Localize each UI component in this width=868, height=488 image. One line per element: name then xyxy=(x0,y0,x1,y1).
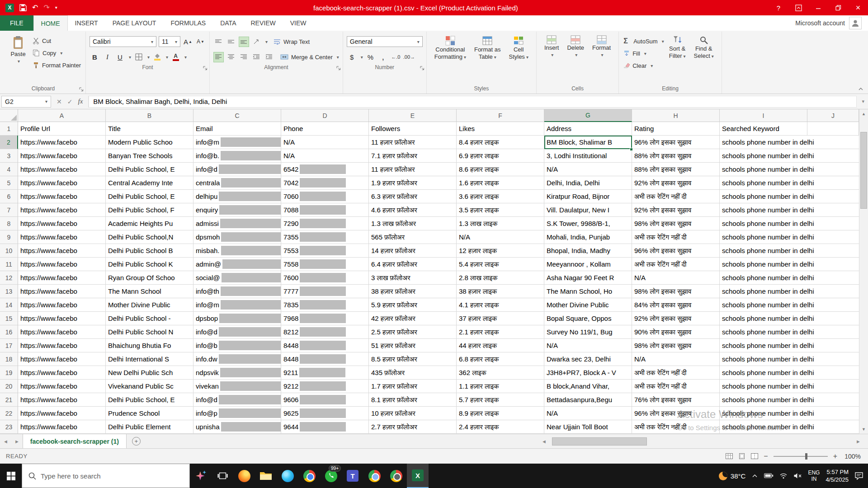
fill-color-dropdown-arrow[interactable]: ▾ xyxy=(166,55,168,60)
cell-D17[interactable]: 8448 xyxy=(281,339,369,352)
cell-B14[interactable]: Mother Divine Public xyxy=(106,298,193,312)
row-header-1[interactable]: 1 xyxy=(0,122,18,136)
cell-E22[interactable]: 10 हज़ार फ़ॉलोअर xyxy=(369,407,457,420)
cell-H9[interactable]: अभी तक रेटिंग नहीं दी xyxy=(632,230,720,244)
cell-D9[interactable]: 7355 xyxy=(281,230,369,244)
cell-G4[interactable]: N/A xyxy=(544,163,632,176)
cell-A22[interactable]: https://www.facebo xyxy=(18,407,106,420)
top-align-button[interactable] xyxy=(213,37,224,47)
row-header-12[interactable]: 12 xyxy=(0,271,18,285)
sheet-tab-active[interactable]: facebook-search-scrapper (1) xyxy=(23,434,127,448)
cell-A5[interactable]: https://www.facebo xyxy=(18,176,106,190)
middle-align-button[interactable] xyxy=(226,37,236,47)
font-color-dropdown-arrow[interactable]: ▾ xyxy=(184,55,187,60)
row-header-16[interactable]: 16 xyxy=(0,325,18,339)
cell-H21[interactable]: 76% लोग इसका सुझाव xyxy=(632,393,720,407)
decrease-font-size-button[interactable]: A▼ xyxy=(195,37,206,47)
excel-app-icon[interactable]: X xyxy=(5,4,14,12)
cell-E12[interactable]: 3 लाख फ़ॉलोअर xyxy=(369,271,457,285)
autosum-button[interactable]: ΣAutoSum▾ xyxy=(623,36,664,46)
cell-H3[interactable]: 88% लोग इसका सुझाव xyxy=(632,149,720,163)
cell-I16[interactable]: schools phone number in delhi xyxy=(720,325,859,339)
cell-H14[interactable]: 84% लोग इसका सुझाव xyxy=(632,298,720,312)
account-avatar[interactable] xyxy=(849,17,862,29)
cell-A23[interactable]: https://www.facebo xyxy=(18,420,106,434)
cell-G19[interactable]: J3H8+PR7, Block A - V xyxy=(544,366,632,380)
cell-F12[interactable]: 2.8 लाख लाइक xyxy=(457,271,544,285)
cell-H19[interactable]: अभी तक रेटिंग नहीं दी xyxy=(632,366,720,380)
cell-F11[interactable]: 5.4 हज़ार लाइक xyxy=(457,258,544,271)
taskbar-clock[interactable]: 5:57 PM 4/5/2025 xyxy=(826,468,849,483)
account-area[interactable]: Microsoft account xyxy=(795,15,868,31)
column-header-G[interactable]: G xyxy=(544,109,632,122)
cell-E1[interactable]: Followers xyxy=(369,122,457,136)
cell-B3[interactable]: Banyan Tree Schools xyxy=(106,149,193,163)
firefox-taskbar-button[interactable] xyxy=(233,464,255,488)
increase-decimal-button[interactable]: ←.0 xyxy=(391,52,401,62)
tab-page-layout[interactable]: PAGE LAYOUT xyxy=(105,15,164,31)
cell-G12[interactable]: Asha Nagar 90 Feet R xyxy=(544,271,632,285)
column-header-H[interactable]: H xyxy=(632,109,720,122)
cell-A7[interactable]: https://www.facebo xyxy=(18,203,106,217)
row-header-14[interactable]: 14 xyxy=(0,298,18,312)
cell-C18[interactable]: info.dw xyxy=(193,352,281,366)
cell-D7[interactable]: 7088 xyxy=(281,203,369,217)
cell-F16[interactable]: 2.1 हज़ार लाइक xyxy=(457,325,544,339)
cell-G20[interactable]: B block,Anand Vihar, xyxy=(544,380,632,393)
search-input[interactable] xyxy=(41,472,184,480)
row-header-2[interactable]: 2 xyxy=(0,136,18,149)
cell-E13[interactable]: 38 हज़ार फ़ॉलोअर xyxy=(369,285,457,298)
show-hidden-icons-button[interactable] xyxy=(751,473,758,479)
cell-I14[interactable]: schools phone number in delhi xyxy=(720,298,859,312)
cell-B2[interactable]: Modern Public Schoo xyxy=(106,136,193,149)
cell-I20[interactable]: schools phone number in delhi xyxy=(720,380,859,393)
cell-I1[interactable]: Searched Keyword xyxy=(720,122,807,136)
cell-G10[interactable]: Bhopal, India, Madhy xyxy=(544,244,632,258)
row-header-22[interactable]: 22 xyxy=(0,407,18,420)
cell-B5[interactable]: Central Academy Inte xyxy=(106,176,193,190)
cell-E8[interactable]: 1.3 लाख फ़ॉलोअर xyxy=(369,217,457,230)
cell-B9[interactable]: Delhi Public School,N xyxy=(106,230,193,244)
volume-tray-icon[interactable] xyxy=(793,473,802,479)
cell-F13[interactable]: 38 हज़ार लाइक xyxy=(457,285,544,298)
bold-button[interactable]: B xyxy=(90,52,100,62)
cell-B1[interactable]: Title xyxy=(106,122,193,136)
cell-C16[interactable]: info@d xyxy=(193,325,281,339)
cell-E2[interactable]: 11 हज़ार फ़ॉलोअर xyxy=(369,136,457,149)
cell-G22[interactable]: N/A xyxy=(544,407,632,420)
cell-E14[interactable]: 5.9 हज़ार फ़ॉलोअर xyxy=(369,298,457,312)
cell-A18[interactable]: https://www.facebo xyxy=(18,352,106,366)
increase-indent-button[interactable] xyxy=(264,52,274,62)
percent-style-button[interactable]: % xyxy=(365,52,376,62)
cell-D15[interactable]: 7968 xyxy=(281,312,369,325)
zoom-in-button[interactable]: + xyxy=(833,452,837,460)
help-button[interactable]: ? xyxy=(769,0,788,15)
align-center-button[interactable] xyxy=(226,52,236,62)
cell-H13[interactable]: 98% लोग इसका सुझाव xyxy=(632,285,720,298)
tab-insert[interactable]: INSERT xyxy=(68,15,105,31)
find-select-button[interactable]: Find & Select▾ xyxy=(690,33,718,60)
cell-C19[interactable]: ndpsvik xyxy=(193,366,281,380)
scroll-up-arrow[interactable]: ▲ xyxy=(859,109,868,118)
cell-C21[interactable]: info@d xyxy=(193,393,281,407)
cell-I7[interactable]: schools phone number in delhi xyxy=(720,203,859,217)
cell-I9[interactable]: schools phone number in delhi xyxy=(720,230,859,244)
cell-A13[interactable]: https://www.facebo xyxy=(18,285,106,298)
network-tray-icon[interactable] xyxy=(779,473,788,479)
collapse-ribbon-button[interactable] xyxy=(858,87,863,91)
excel-taskbar-button[interactable]: X xyxy=(407,464,429,488)
cell-C14[interactable]: info@m xyxy=(193,298,281,312)
cell-D3[interactable]: N/A xyxy=(281,149,369,163)
cell-F18[interactable]: 6.8 हज़ार लाइक xyxy=(457,352,544,366)
cell-D21[interactable]: 9606 xyxy=(281,393,369,407)
paste-button[interactable]: Paste ▾ xyxy=(5,33,32,64)
cell-H15[interactable]: 92% लोग इसका सुझाव xyxy=(632,312,720,325)
cell-D8[interactable]: 7290 xyxy=(281,217,369,230)
cell-A19[interactable]: https://www.facebo xyxy=(18,366,106,380)
cell-I4[interactable]: schools phone number in delhi xyxy=(720,163,859,176)
cell-F20[interactable]: 1.1 हज़ार लाइक xyxy=(457,380,544,393)
cell-H23[interactable]: अभी तक रेटिंग नहीं दी xyxy=(632,420,720,434)
cell-H11[interactable]: अभी तक रेटिंग नहीं दी xyxy=(632,258,720,271)
cell-A1[interactable]: Profile Url xyxy=(18,122,106,136)
ribbon-display-options-button[interactable] xyxy=(788,0,808,15)
